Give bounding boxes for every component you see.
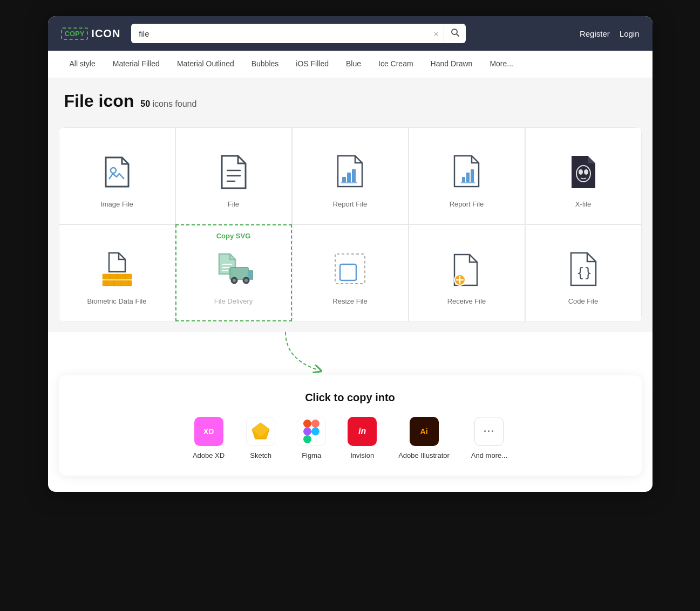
icon-report-file-2 [445,150,488,194]
svg-rect-43 [311,420,320,428]
svg-rect-17 [103,274,132,279]
svg-point-33 [244,279,248,282]
svg-rect-18 [103,280,132,286]
tab-material-filled[interactable]: Material Filled [104,51,168,78]
icon-cell-file[interactable]: File [175,127,292,224]
icon-resize-file [329,248,372,291]
app-icon-invision[interactable]: in Invision [348,417,377,459]
app-icon-xd[interactable]: XD Adobe XD [193,417,225,459]
icon-label-code-file: Code File [568,297,599,305]
tab-more[interactable]: More... [481,51,522,78]
svg-point-46 [311,428,320,436]
copy-into-panel: Click to copy into XD Adobe XD Sketch [59,375,642,476]
svg-point-16 [584,169,588,175]
icon-cell-biometric[interactable]: Biometric Data File [59,224,175,321]
icon-label-file-delivery: File Delivery [214,297,253,305]
tab-blue[interactable]: Blue [337,51,370,78]
tab-ice-cream[interactable]: Ice Cream [370,51,422,78]
search-submit-button[interactable] [444,24,466,43]
svg-rect-10 [462,177,465,182]
svg-rect-44 [303,428,311,436]
more-icon: ··· [474,417,504,446]
page-title: File icon [64,91,134,111]
app-icon-more[interactable]: ··· And more... [471,417,507,459]
search-input[interactable] [131,24,428,43]
icon-cell-code-file[interactable]: {} Code File [525,224,642,321]
ai-icon: Ai [410,417,439,446]
more-label: And more... [471,451,507,459]
xd-label: Adobe XD [193,451,225,459]
svg-rect-45 [303,435,311,443]
logo-icon-text: ICON [91,28,120,40]
svg-point-31 [233,279,236,282]
search-bar: × [131,24,466,43]
icon-cell-report-file-1[interactable]: Report File [292,127,409,224]
icon-count-number: 50 [140,99,150,108]
icon-cell-receive-file[interactable]: Receive File [409,224,525,321]
icon-label-x-file: X-file [575,200,592,208]
icon-cell-report-file-2[interactable]: Report File [409,127,525,224]
figma-label: Figma [302,451,321,459]
icon-receive-file [445,248,488,291]
icon-label-report-file-2: Report File [450,200,484,208]
icon-cell-image-file[interactable]: Image File [59,127,175,224]
app-icon-figma[interactable]: Figma [297,417,326,459]
svg-text:{}: {} [576,265,592,280]
invision-label: Invision [350,451,374,459]
arrow-connector [248,332,334,375]
app-icons-row: XD Adobe XD Sketch [80,417,620,459]
icon-biometric [96,248,139,291]
grid-row-1: Image File File [59,127,642,224]
copy-svg-label: Copy SVG [216,232,251,240]
icon-label-file: File [228,200,239,208]
svg-rect-6 [342,177,346,182]
xd-icon: XD [194,417,223,446]
grid-inner: Image File File [59,127,642,321]
svg-point-2 [111,168,116,173]
app-icon-sketch[interactable]: Sketch [246,417,275,459]
icon-x-file [562,150,605,194]
icon-label-report-file-1: Report File [333,200,368,208]
header: COPY ICON × Register Login [48,16,653,51]
icons-found-label: icons found [153,99,197,108]
figma-icon [297,417,326,446]
icon-cell-file-delivery[interactable]: Copy SVG [175,224,292,321]
svg-rect-11 [466,173,470,182]
icon-image-file [96,150,139,194]
style-tabs: All style Material Filled Material Outli… [48,51,653,78]
copy-into-title: Click to copy into [80,392,620,404]
page-title-row: File icon 50 icons found [64,91,636,111]
tab-hand-drawn[interactable]: Hand Drawn [422,51,481,78]
icon-label-receive-file: Receive File [447,297,486,305]
ai-label: Adobe Illustrator [398,451,450,459]
tab-all-style[interactable]: All style [61,51,104,78]
search-clear-button[interactable]: × [429,25,445,43]
icon-grid: Image File File [48,122,653,332]
icon-cell-x-file[interactable]: X-file [525,127,642,224]
icon-cell-resize-file[interactable]: Resize File [292,224,409,321]
svg-rect-12 [471,169,474,182]
app-icon-ai[interactable]: Ai Adobe Illustrator [398,417,450,459]
logo: COPY ICON [61,28,121,40]
icon-file-delivery [212,248,255,291]
sketch-label: Sketch [250,451,271,459]
svg-rect-35 [340,264,356,280]
svg-line-1 [457,34,459,36]
arrow-section [48,332,653,375]
tab-bubbles[interactable]: Bubbles [243,51,288,78]
logo-copy: COPY [61,28,89,40]
app-container: COPY ICON × Register Login All style Mat… [48,16,653,492]
register-link[interactable]: Register [580,29,610,38]
page-header: File icon 50 icons found [48,78,653,122]
icon-file [212,150,255,194]
svg-rect-42 [303,420,311,428]
grid-row-2: Biometric Data File Copy SVG [59,224,642,321]
tab-ios-filled[interactable]: iOS Filled [287,51,337,78]
login-link[interactable]: Login [620,29,640,38]
svg-rect-7 [347,173,351,182]
svg-rect-8 [352,169,356,182]
icon-label-resize-file: Resize File [332,297,367,305]
icon-count: 50 icons found [140,99,196,109]
tab-material-outlined[interactable]: Material Outlined [168,51,243,78]
sketch-icon [246,417,275,446]
